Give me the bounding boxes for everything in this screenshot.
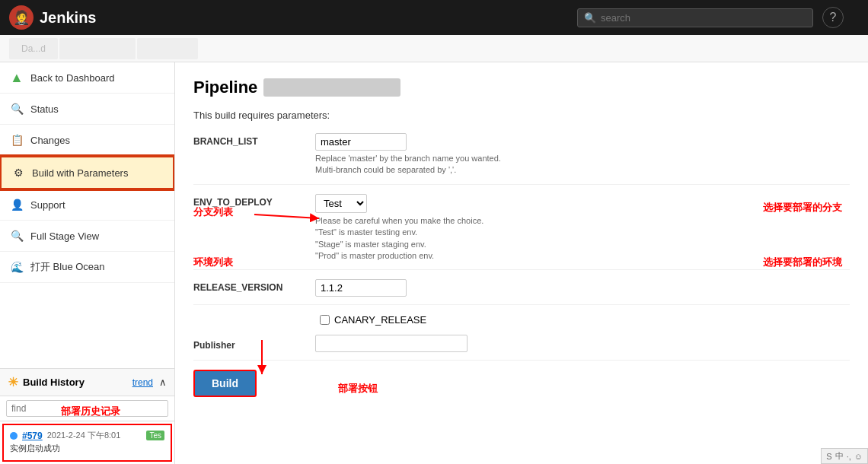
ime-bar: S 中 ·, ☺ [821,448,868,464]
breadcrumb-item-3[interactable] [137,38,198,59]
env-hint: Please be careful when you make the choi… [315,215,850,262]
build-number[interactable]: #579 [22,431,43,441]
ime-emoji-icon: ☺ [854,452,863,461]
search-icon: 🔍 [584,12,596,24]
canary-checkbox[interactable] [320,315,330,325]
sidebar-item-label: Status [30,103,59,115]
publisher-label: Publisher [193,337,315,351]
build-status-text: 实例启动成功 [10,441,164,456]
header: 🤵 Jenkins 🔍 ? [0,0,868,35]
arrow-up-icon: ▲ [9,70,24,85]
build-item-row: #579 2021-2-24 下午8:01 Tes [10,430,164,441]
sidebar-item-back-dashboard[interactable]: ▲ Back to Dashboard [0,62,174,94]
page-title-text: Pipeline [193,78,257,97]
param-subtitle: This build requires parameters: [193,110,850,121]
sidebar-item-full-stage-view[interactable]: 🔍 Full Stage View [0,221,174,252]
sidebar-nav: ▲ Back to Dashboard 🔍 Status 📋 Changes ⚙… [0,62,174,368]
publisher-input[interactable] [315,335,468,352]
breadcrumb-item-1[interactable]: Da...d [9,38,58,59]
ime-zh-icon: 中 [835,450,844,462]
env-select[interactable]: Test Stage Prod [315,194,367,213]
sidebar-item-label: Support [30,199,65,211]
page-title-blurred [263,78,400,97]
ime-dot-icon: ·, [847,452,851,461]
branch-input[interactable] [315,133,407,151]
param-row-branch: BRANCH_LIST Replace 'master' by the bran… [193,133,850,185]
publisher-row: Publisher [193,335,850,361]
sidebar: ▲ Back to Dashboard 🔍 Status 📋 Changes ⚙… [0,62,175,464]
sidebar-item-label: Build with Parameters [32,167,128,179]
sidebar-item-blue-ocean[interactable]: 🌊 打开 Blue Ocean [0,252,174,283]
support-icon: 👤 [9,197,24,212]
sidebar-item-label: Changes [30,135,70,146]
content-wrapper: Pipeline This build requires parameters:… [193,78,850,397]
blue-ocean-icon: 🌊 [9,259,24,275]
env-label: ENV_TO_DEPLOY [193,194,315,208]
status-icon: 🔍 [9,101,24,116]
canary-label: CANARY_RELEASE [334,314,426,326]
full-stage-icon: 🔍 [9,228,24,243]
search-container: 🔍 [577,8,813,27]
param-row-env: ENV_TO_DEPLOY Test Stage Prod Please be … [193,194,850,271]
build-status-dot [10,432,18,440]
sidebar-item-label: Full Stage View [30,230,99,242]
build-find-container [0,396,174,421]
trend-link[interactable]: trend [132,377,153,388]
build-date: 2021-2-24 下午8:01 [47,430,142,441]
breadcrumb-item-2[interactable] [59,38,136,59]
branch-label: BRANCH_LIST [193,133,315,147]
param-row-release: RELEASE_VERSION [193,279,850,305]
annotation-build-button: 部署按钮 [338,382,378,396]
param-row-canary: CANARY_RELEASE [193,314,850,326]
sidebar-item-label: 打开 Blue Ocean [30,260,105,274]
build-tag: Tes [146,431,164,440]
release-input[interactable] [315,279,407,297]
sidebar-item-build-with-parameters[interactable]: ⚙ Build with Parameters [0,156,174,189]
build-history-title: ☀ Build History [8,375,85,389]
branch-hint: Replace 'master' by the branch name you … [315,153,850,176]
sidebar-item-status[interactable]: 🔍 Status [0,94,174,125]
help-button[interactable]: ? [822,7,844,28]
sidebar-item-support[interactable]: 👤 Support [0,189,174,221]
build-history-label: Build History [23,377,85,388]
build-history-section: ☀ Build History trend ∧ #579 2021-2-24 下… [0,368,174,464]
env-content: Test Stage Prod Please be careful when y… [315,194,850,262]
app-logo: 🤵 Jenkins [9,5,116,30]
page-title: Pipeline [193,78,850,97]
build-button[interactable]: Build [193,370,257,397]
changes-icon: 📋 [9,132,24,148]
release-label: RELEASE_VERSION [193,279,315,293]
build-button-container: Build [193,370,257,397]
sidebar-item-changes[interactable]: 📋 Changes [0,125,174,156]
app-title: Jenkins [40,9,96,27]
build-icon: ⚙ [11,165,26,180]
build-history-header: ☀ Build History trend ∧ [0,369,174,396]
breadcrumb: Da...d [0,35,868,62]
build-item: #579 2021-2-24 下午8:01 Tes 实例启动成功 [2,424,172,462]
sougou-icon: S [826,452,831,461]
release-content [315,279,850,297]
sidebar-item-label: Back to Dashboard [30,72,115,84]
branch-content: Replace 'master' by the branch name you … [315,133,850,176]
jenkins-icon: 🤵 [9,5,34,30]
main-content: Pipeline This build requires parameters:… [175,62,868,464]
main-layout: ▲ Back to Dashboard 🔍 Status 📋 Changes ⚙… [0,62,868,464]
build-find-input[interactable] [6,400,168,417]
collapse-icon[interactable]: ∧ [159,377,167,388]
search-input[interactable] [601,12,791,24]
sun-icon: ☀ [8,375,18,389]
